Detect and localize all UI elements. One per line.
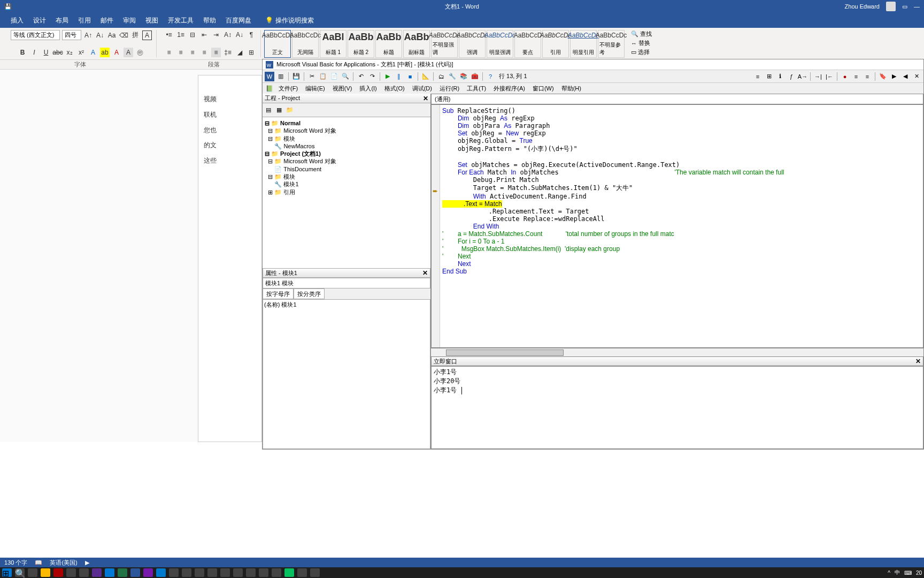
tree-item[interactable]: ⊟ 📁 Project (文档1) bbox=[265, 150, 428, 157]
props-tab-category[interactable]: 按分类序 bbox=[294, 288, 325, 299]
enclose-char-icon[interactable]: ㊕ bbox=[135, 48, 145, 57]
quick-info-icon[interactable]: ℹ bbox=[775, 72, 785, 81]
style-item[interactable]: AaBbCcDc引用 bbox=[542, 30, 569, 58]
cut-icon[interactable]: ✂ bbox=[307, 72, 317, 81]
style-item[interactable]: AaBbCcDc不明显强调 bbox=[431, 30, 458, 58]
props-tab-alpha[interactable]: 按字母序 bbox=[263, 288, 294, 299]
tray-chevron-icon[interactable]: ^ bbox=[888, 570, 890, 576]
vs-icon[interactable] bbox=[92, 568, 102, 577]
show-marks-icon[interactable]: ¶ bbox=[247, 30, 256, 40]
horizontal-scrollbar[interactable] bbox=[431, 348, 923, 356]
style-item[interactable]: AaBbCcD要点 bbox=[514, 30, 541, 58]
taskview-icon[interactable] bbox=[28, 568, 37, 577]
close-icon[interactable]: ✕ bbox=[915, 358, 921, 365]
tab-references[interactable]: 引用 bbox=[78, 16, 91, 25]
tree-item[interactable]: ⊟ 📁 模块 bbox=[265, 173, 428, 180]
macro-icon[interactable]: ▶ bbox=[85, 559, 89, 566]
font-name[interactable]: 等线 (西文正文) bbox=[11, 30, 60, 40]
align-left-icon[interactable]: ≡ bbox=[164, 48, 174, 57]
menu-tools[interactable]: 工具(T) bbox=[464, 85, 489, 93]
close-icon[interactable]: ✕ bbox=[422, 269, 428, 277]
start-icon[interactable]: ⊞ bbox=[2, 568, 12, 577]
vba-titlebar[interactable]: W Microsoft Visual Basic for Application… bbox=[263, 59, 923, 70]
app5-icon[interactable] bbox=[246, 568, 256, 577]
text-direction-icon[interactable]: A↕ bbox=[223, 30, 233, 40]
close-icon[interactable]: ✕ bbox=[423, 95, 428, 102]
search-icon[interactable]: 🔍 bbox=[15, 568, 25, 577]
bookmark-icon[interactable]: 🔖 bbox=[878, 72, 888, 81]
shading-icon[interactable]: ◢ bbox=[235, 48, 244, 57]
tree-item[interactable]: ⊟ 📁 模块 bbox=[265, 135, 428, 142]
parameter-info-icon[interactable]: ƒ bbox=[787, 72, 796, 81]
tab-help[interactable]: 帮助 bbox=[203, 16, 216, 25]
word-count[interactable]: 130 个字 bbox=[4, 559, 27, 567]
save-icon[interactable]: 💾 bbox=[291, 72, 301, 81]
style-item[interactable]: AaBbCcDc不明显参考 bbox=[598, 30, 625, 58]
menu-insert[interactable]: 插入(I) bbox=[356, 85, 380, 93]
toolbox-icon[interactable]: 🧰 bbox=[470, 72, 480, 81]
properties-object-combo[interactable]: 模块1 模块 bbox=[263, 278, 430, 288]
grow-font-icon[interactable]: A↑ bbox=[83, 31, 93, 40]
tree-item[interactable]: 📄 ThisDocument bbox=[265, 165, 428, 173]
menu-view[interactable]: 视图(V) bbox=[329, 85, 356, 93]
tree-item[interactable]: 🔧 模块1 bbox=[265, 180, 428, 188]
tree-item[interactable]: ⊞ 📁 引用 bbox=[265, 188, 428, 196]
borders-icon[interactable]: ⊞ bbox=[247, 48, 256, 57]
next-bookmark-icon[interactable]: ▶ bbox=[889, 72, 899, 81]
menu-addins[interactable]: 外接程序(A) bbox=[490, 85, 528, 93]
help-icon[interactable]: ? bbox=[486, 72, 495, 81]
onenote-icon[interactable] bbox=[143, 568, 153, 577]
excel-icon[interactable] bbox=[118, 568, 127, 577]
code-text[interactable]: Sub ReplaceString() Dim objReg As regExp… bbox=[442, 107, 784, 275]
document-area[interactable]: 视频联机您也的文这些 bbox=[0, 70, 262, 442]
subscript-icon[interactable]: x₂ bbox=[65, 48, 74, 57]
indent-icon[interactable]: →| bbox=[813, 72, 823, 81]
word-icon[interactable]: W bbox=[265, 72, 274, 81]
find-button[interactable]: 🔍查找 bbox=[631, 30, 652, 38]
ribbon-opts-icon[interactable]: ▭ bbox=[902, 3, 907, 10]
tab-mail[interactable]: 邮件 bbox=[101, 16, 113, 25]
reset-icon[interactable]: ■ bbox=[405, 72, 415, 81]
object-browser-icon[interactable]: 📚 bbox=[459, 72, 468, 81]
superscript-icon[interactable]: x² bbox=[76, 48, 86, 57]
properties-title[interactable]: 属性 - 模块1 ✕ bbox=[263, 268, 430, 278]
input-icon[interactable]: ⌨ bbox=[904, 570, 912, 576]
char-border-icon[interactable]: A bbox=[142, 31, 152, 40]
select-button[interactable]: ▭选择 bbox=[631, 48, 652, 56]
user-name[interactable]: Zhou Edward bbox=[845, 3, 880, 10]
bold-icon[interactable]: B bbox=[18, 48, 27, 57]
sort-icon[interactable]: A↓ bbox=[235, 30, 244, 40]
line-spacing-icon[interactable]: ‡≡ bbox=[223, 48, 233, 57]
properties-grid[interactable]: (名称) 模块1 bbox=[263, 299, 430, 449]
list-constants-icon[interactable]: ⊞ bbox=[764, 72, 774, 81]
uncomment-icon[interactable]: ≡ bbox=[863, 72, 872, 81]
paste-icon[interactable]: 📄 bbox=[329, 72, 339, 81]
distributed-icon[interactable]: ≡ bbox=[211, 48, 221, 57]
save-icon[interactable]: 💾 bbox=[4, 3, 12, 10]
shrink-font-icon[interactable]: A↓ bbox=[95, 31, 105, 40]
style-item[interactable]: AaBbCcDc正文 bbox=[264, 30, 291, 58]
tree-item[interactable]: ⊟ 📁 Microsoft Word 对象 bbox=[265, 127, 428, 134]
redo-icon[interactable]: ↷ bbox=[367, 72, 377, 81]
italic-icon[interactable]: I bbox=[29, 48, 39, 57]
tab-review[interactable]: 审阅 bbox=[123, 16, 136, 25]
phonetic-icon[interactable]: 拼 bbox=[130, 31, 140, 40]
project-explorer-icon[interactable]: 🗂 bbox=[436, 72, 446, 81]
align-center-icon[interactable]: ≡ bbox=[176, 48, 186, 57]
copy-icon[interactable]: 📋 bbox=[318, 72, 328, 81]
edge-icon[interactable] bbox=[259, 568, 268, 577]
tab-insert[interactable]: 插入 bbox=[11, 16, 24, 25]
tree-item[interactable]: 🔧 NewMacros bbox=[265, 142, 428, 150]
tree-item[interactable]: ⊟ 📁 Microsoft Word 对象 bbox=[265, 157, 428, 165]
project-title[interactable]: 工程 - Project ✕ bbox=[263, 94, 430, 103]
list-properties-icon[interactable]: ≡ bbox=[753, 72, 763, 81]
styles-gallery[interactable]: AaBbCcDc正文AaBbCcDc无间隔AaBl标题 1AaBb标题 2AaB… bbox=[264, 30, 625, 57]
app7-icon[interactable] bbox=[310, 568, 320, 577]
style-item[interactable]: AaBb副标题 bbox=[403, 30, 430, 58]
tree-item[interactable]: ⊟ 📁 Normal bbox=[265, 119, 428, 127]
design-mode-icon[interactable]: 📐 bbox=[421, 72, 430, 81]
style-item[interactable]: AaBbCcDc无间隔 bbox=[292, 30, 319, 58]
bullets-icon[interactable]: •≡ bbox=[164, 30, 174, 40]
prev-bookmark-icon[interactable]: ◀ bbox=[900, 72, 910, 81]
complete-word-icon[interactable]: A→ bbox=[798, 72, 807, 81]
